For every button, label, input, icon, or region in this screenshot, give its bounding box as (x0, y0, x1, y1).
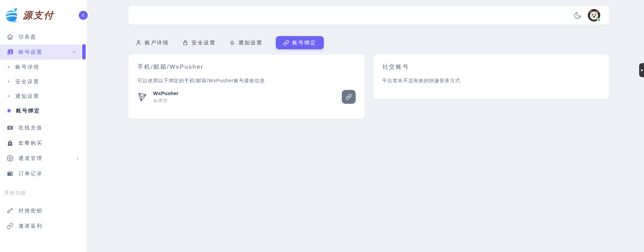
bind-wxpusher-button[interactable] (342, 90, 356, 104)
bullet-dot-icon (8, 81, 10, 83)
theme-toggle-button[interactable] (571, 9, 584, 22)
bell-icon (229, 40, 235, 46)
sidebar-item-order-records[interactable]: 订单记录 (0, 166, 87, 181)
sidebar-item-invite-rebate[interactable]: 邀请返利 (0, 218, 87, 234)
sidebar-subitem-account-details[interactable]: 账号详情 (0, 60, 87, 74)
chevron-right-icon (75, 156, 80, 161)
sidebar-item-package-purchase[interactable]: 套餐购买 (0, 135, 87, 151)
person-icon (135, 40, 142, 46)
chain-link-icon (283, 40, 289, 46)
bullet-dot-icon (8, 95, 10, 97)
tab-account-binding[interactable]: 账号绑定 (276, 36, 324, 49)
tab-label: 安全设置 (192, 40, 216, 46)
moon-icon (574, 11, 582, 19)
lock-icon (182, 40, 188, 46)
gear-icon (7, 155, 14, 162)
handle-dot-icon (641, 69, 643, 71)
bullet-dot-icon (8, 66, 10, 68)
tab-label: 通知设置 (238, 40, 263, 46)
chain-link-icon (7, 222, 14, 229)
tab-account-details[interactable]: 账户详情 (135, 40, 169, 46)
service-status: 未绑定 (153, 98, 178, 104)
wxpusher-row: WxPusher 未绑定 (137, 90, 356, 104)
tab-label: 账户详情 (145, 40, 169, 46)
brand-logo-icon (4, 7, 20, 23)
shopping-bag-icon (7, 140, 14, 146)
sidebar-item-label: 仪表盘 (18, 34, 37, 40)
sidebar-item-label: 账号设置 (18, 49, 43, 56)
main-content: 账户详情 安全设置 通知设置 (87, 0, 644, 252)
wxpusher-info: WxPusher 未绑定 (153, 90, 178, 104)
key-icon (7, 207, 14, 214)
brand[interactable]: 源支付 (0, 0, 87, 29)
service-name: WxPusher (153, 90, 178, 96)
sidebar: 源支付 仪表盘 (0, 0, 87, 252)
binding-card-title: 手机/邮箱/WxPusher (137, 63, 356, 71)
sidebar-item-dashboard[interactable]: 仪表盘 (0, 29, 87, 44)
top-bar (128, 6, 609, 25)
sidebar-collapse-button[interactable] (79, 11, 88, 20)
chevron-down-icon (72, 50, 77, 54)
sidebar-item-label: 通道管理 (18, 155, 43, 162)
sidebar-subitem-notification-settings[interactable]: 通知设置 (0, 89, 87, 103)
sidebar-item-api-keys[interactable]: 对接密钥 (0, 203, 87, 218)
sidebar-nav: 仪表盘 账号设置 (0, 29, 87, 234)
paper-plane-icon (137, 91, 148, 102)
home-icon (7, 33, 14, 40)
id-card-icon (7, 49, 14, 56)
social-card-title: 社交账号 (382, 63, 601, 71)
sidebar-subitem-account-binding[interactable]: 账号绑定 (0, 103, 87, 118)
tab-notification-settings[interactable]: 通知设置 (229, 40, 263, 46)
sidebar-item-channel-management[interactable]: 通道管理 (0, 151, 87, 166)
sidebar-subitem-label: 账号绑定 (16, 108, 40, 114)
cards-row: 手机/邮箱/WxPusher 可以使用以下绑定的手机/邮箱/WxPusher账号… (128, 54, 609, 119)
banknote-icon (7, 124, 14, 131)
sidebar-item-online-recharge[interactable]: 在线充值 (0, 120, 87, 135)
bullet-dot-icon (8, 109, 10, 112)
sidebar-item-account-settings[interactable]: 账号设置 (0, 44, 83, 60)
brand-name: 源支付 (23, 9, 54, 22)
binding-card-description: 可以使用以下绑定的手机/邮箱/WxPusher账号接收信息 (137, 78, 356, 84)
tab-security-settings[interactable]: 安全设置 (182, 40, 216, 46)
active-menu-indicator (82, 44, 86, 60)
settings-tabs: 账户详情 安全设置 通知设置 (135, 36, 609, 49)
sidebar-subitem-label: 通知设置 (15, 93, 40, 100)
sidebar-section-other-features: 其他功能 (0, 186, 87, 200)
chain-link-icon (346, 94, 352, 100)
sidebar-subitem-label: 账号详情 (15, 64, 40, 70)
settings-drawer-handle[interactable] (639, 63, 644, 77)
social-accounts-card: 社交账号 平台暂未开启有效的快捷登录方式 (373, 54, 610, 99)
sidebar-item-label: 在线充值 (18, 125, 43, 131)
sidebar-subitem-label: 安全设置 (15, 78, 40, 85)
tab-label: 账号绑定 (292, 40, 316, 46)
online-status-dot (597, 18, 601, 22)
sidebar-subitem-security-settings[interactable]: 安全设置 (0, 74, 87, 89)
binding-card: 手机/邮箱/WxPusher 可以使用以下绑定的手机/邮箱/WxPusher账号… (128, 54, 365, 119)
sidebar-item-label: 对接密钥 (18, 208, 43, 214)
chevron-left-icon (81, 13, 86, 18)
sidebar-item-label: 订单记录 (18, 170, 43, 177)
sidebar-item-label: 邀请返利 (18, 223, 43, 229)
sidebar-item-label: 套餐购买 (18, 140, 43, 146)
user-avatar[interactable] (588, 9, 600, 22)
social-card-description: 平台暂未开启有效的快捷登录方式 (382, 78, 601, 84)
wallet-icon (7, 170, 14, 177)
